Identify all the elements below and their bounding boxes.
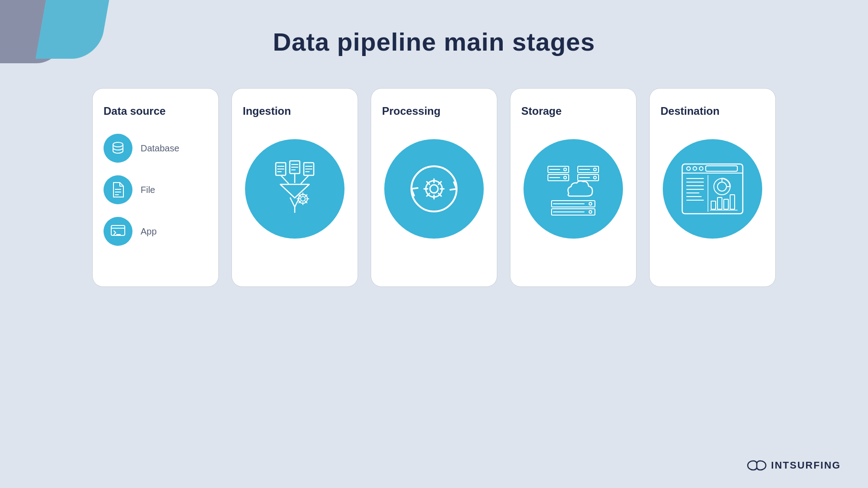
svg-point-64 (693, 167, 697, 170)
processing-icon-circle (384, 139, 484, 239)
svg-line-21 (301, 175, 309, 183)
corner-decoration (0, 0, 99, 90)
list-item: App (104, 217, 208, 246)
svg-point-34 (430, 185, 438, 193)
storage-icon-circle (524, 139, 623, 239)
page-title: Data pipeline main stages (0, 0, 868, 56)
card-data-source: Data source Database (92, 88, 219, 287)
svg-point-50 (594, 168, 596, 171)
svg-point-0 (113, 142, 123, 147)
file-icon-circle (104, 175, 132, 204)
svg-point-24 (301, 197, 305, 201)
card-title-ingestion: Ingestion (243, 105, 291, 117)
svg-point-76 (717, 182, 726, 191)
svg-rect-4 (111, 225, 125, 235)
cards-container: Data source Database (0, 88, 868, 287)
svg-point-63 (687, 167, 690, 170)
card-title-data-source: Data source (104, 105, 165, 117)
svg-rect-79 (711, 201, 716, 209)
app-label: App (141, 226, 157, 237)
file-label: File (141, 185, 155, 195)
svg-rect-82 (730, 195, 735, 209)
svg-point-59 (589, 211, 592, 213)
database-label: Database (141, 143, 179, 154)
svg-rect-66 (706, 166, 737, 171)
list-item: File (104, 175, 208, 204)
database-icon-circle (104, 134, 132, 163)
brand-name-label: INTSURFING (771, 460, 841, 471)
svg-point-47 (564, 176, 566, 179)
data-source-items: Database File (104, 134, 208, 246)
svg-point-44 (564, 168, 566, 171)
destination-icon-circle (663, 139, 762, 239)
svg-rect-81 (724, 199, 728, 209)
list-item: Database (104, 134, 208, 163)
card-title-processing: Processing (382, 105, 440, 117)
svg-rect-80 (717, 197, 722, 209)
branding: INTSURFING (747, 459, 841, 472)
card-storage: Storage (510, 88, 637, 287)
brand-logo-icon (747, 459, 767, 472)
app-icon-circle (104, 217, 132, 246)
svg-point-53 (594, 176, 596, 179)
card-destination: Destination (649, 88, 776, 287)
ingestion-icon-circle (245, 139, 344, 239)
svg-point-65 (699, 167, 703, 170)
svg-line-19 (281, 175, 288, 183)
card-ingestion: Ingestion (231, 88, 358, 287)
card-processing: Processing (371, 88, 497, 287)
svg-point-56 (589, 202, 592, 205)
card-title-destination: Destination (660, 105, 720, 117)
card-title-storage: Storage (521, 105, 561, 117)
